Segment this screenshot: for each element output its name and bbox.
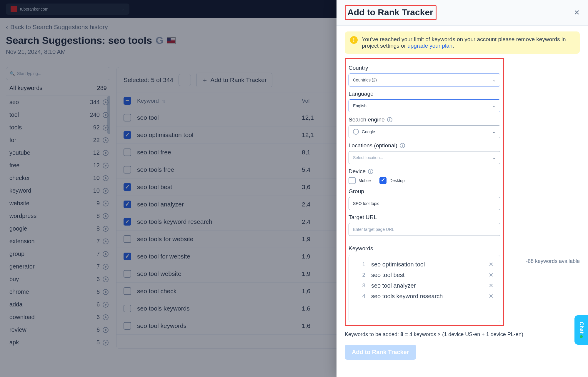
- group-input[interactable]: SEO tool topic: [349, 197, 500, 210]
- remove-keyword-icon[interactable]: ✕: [489, 282, 494, 289]
- search-engine-label: Search engine: [349, 116, 385, 123]
- locations-label: Locations (optional): [349, 142, 397, 149]
- form-highlight: Country Countries (2) ⌄ Language English…: [345, 58, 504, 326]
- panel-keyword-item: 3 seo tool analyzer ✕: [349, 280, 500, 291]
- chevron-down-icon: ⌄: [492, 129, 496, 134]
- alert-text: You've reached your limit of keywords on…: [362, 36, 566, 49]
- target-url-placeholder: Enter target page URL: [353, 227, 394, 232]
- chevron-down-icon: ⌄: [492, 104, 496, 108]
- checkbox-icon: [349, 177, 356, 184]
- checkbox-icon: [379, 177, 387, 184]
- add-rank-tracker-panel: Add to Rank Tracker ✕ ! You've reached y…: [337, 0, 588, 377]
- panel-kw-text: seo tool analyzer: [371, 282, 489, 289]
- chat-label: Chat: [578, 322, 584, 333]
- limit-alert: ! You've reached your limit of keywords …: [345, 31, 580, 54]
- target-url-input[interactable]: Enter target page URL: [349, 223, 500, 236]
- chevron-down-icon: ⌄: [492, 155, 496, 160]
- panel-kw-index: 2: [349, 272, 365, 278]
- info-icon[interactable]: i: [387, 117, 392, 122]
- info-icon[interactable]: i: [368, 169, 373, 174]
- device-label: Device: [349, 168, 366, 175]
- desktop-label: Desktop: [389, 178, 404, 183]
- status-dot-icon: [580, 335, 583, 338]
- submit-add-button[interactable]: Add to Rank Tracker: [345, 345, 416, 360]
- locations-select[interactable]: Select location... ⌄: [349, 151, 500, 164]
- chat-widget[interactable]: Chat: [574, 315, 588, 345]
- country-select[interactable]: Countries (2) ⌄: [349, 74, 500, 86]
- group-label: Group: [349, 188, 500, 195]
- google-icon: [353, 129, 359, 135]
- panel-keyword-item: 4 seo tools keyword research ✕: [349, 291, 500, 301]
- search-engine-value: Google: [362, 129, 375, 134]
- keywords-listbox: 1 seo optimisation tool ✕2 seo tool best…: [349, 255, 500, 322]
- panel-keyword-item: 1 seo optimisation tool ✕: [349, 259, 500, 270]
- panel-kw-index: 1: [349, 261, 365, 268]
- desktop-checkbox[interactable]: Desktop: [379, 177, 404, 184]
- panel-kw-text: seo tool best: [371, 272, 489, 278]
- mobile-checkbox[interactable]: Mobile: [349, 177, 371, 184]
- panel-keyword-item: 2 seo tool best ✕: [349, 270, 500, 280]
- panel-kw-text: seo tools keyword research: [371, 293, 489, 300]
- language-select[interactable]: English ⌄: [349, 99, 500, 112]
- panel-kw-index: 4: [349, 293, 365, 299]
- panel-kw-index: 3: [349, 282, 365, 289]
- remove-keyword-icon[interactable]: ✕: [489, 271, 494, 278]
- search-engine-select[interactable]: Google ⌄: [349, 125, 500, 138]
- remove-keyword-icon[interactable]: ✕: [489, 293, 494, 300]
- keywords-available: -68 keywords available: [526, 258, 580, 264]
- language-label: Language: [349, 91, 500, 97]
- footer-summary: Keywords to be added: 8 = 4 keywords × (…: [337, 326, 588, 338]
- target-url-label: Target URL: [349, 214, 500, 221]
- close-icon[interactable]: ✕: [574, 9, 580, 17]
- country-label: Country: [349, 65, 500, 71]
- mobile-label: Mobile: [359, 178, 371, 183]
- language-value: English: [353, 104, 367, 108]
- keywords-label: Keywords: [349, 245, 373, 252]
- upgrade-plan-link[interactable]: upgrade your plan: [407, 43, 452, 49]
- group-value: SEO tool topic: [353, 201, 379, 206]
- locations-placeholder: Select location...: [353, 155, 383, 160]
- warning-icon: !: [350, 36, 358, 44]
- panel-kw-text: seo optimisation tool: [371, 261, 489, 268]
- country-value: Countries (2): [353, 78, 377, 82]
- info-icon[interactable]: i: [400, 143, 405, 148]
- panel-title: Add to Rank Tracker: [347, 7, 433, 17]
- remove-keyword-icon[interactable]: ✕: [489, 261, 494, 268]
- chevron-down-icon: ⌄: [492, 78, 496, 82]
